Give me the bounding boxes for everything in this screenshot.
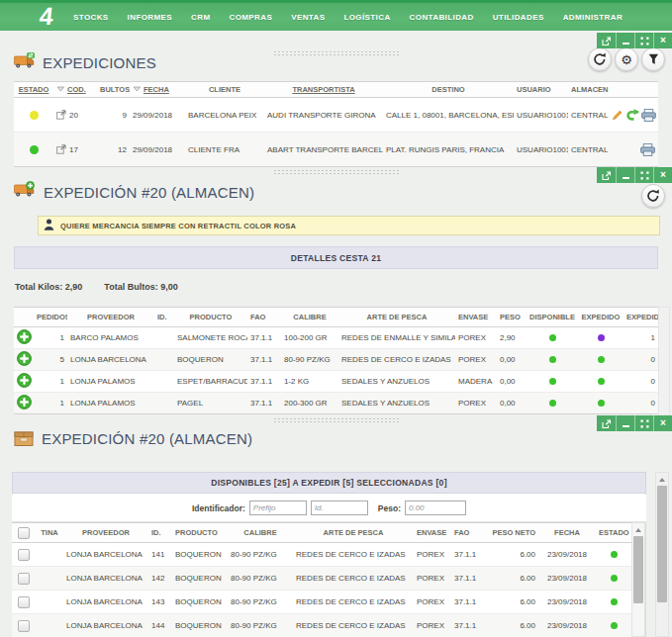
- panel-scrollbar[interactable]: [655, 472, 669, 637]
- close-icon[interactable]: ×: [653, 415, 672, 431]
- disponible-dot: [549, 400, 556, 407]
- scroll-up-icon[interactable]: [656, 473, 668, 486]
- sort-icon[interactable]: [56, 86, 65, 92]
- table-row[interactable]: 1 BARCO PALAMOS SALMONETE ROCA 37.1.1 10…: [14, 327, 658, 349]
- top-navbar: 4 STOCKS INFORMES CRM COMPRAS VENTAS LOG…: [0, 0, 672, 31]
- sort-icon[interactable]: [133, 86, 142, 92]
- add-icon[interactable]: [17, 395, 32, 410]
- table-row[interactable]: LONJA BARCELONA 141 BOQUERON 80-90 PZ/KG…: [12, 543, 631, 567]
- table-header-row: TINA PROVEEDOR ID. PRODUCTO CALIBRE ARTE…: [12, 523, 631, 543]
- refresh-button[interactable]: [641, 184, 665, 208]
- expedido-dot: [598, 356, 605, 363]
- minimize-icon[interactable]: [616, 167, 634, 183]
- col-id: ID.: [148, 523, 172, 543]
- menu-administrar[interactable]: ADMINISTRAR: [563, 13, 623, 22]
- scrollbar-track[interactable]: [658, 307, 670, 415]
- close-icon[interactable]: ×: [653, 33, 672, 48]
- popout-icon[interactable]: [597, 167, 616, 183]
- window-controls: ×: [597, 33, 672, 48]
- window-controls: ×: [597, 415, 672, 431]
- splitter-handle[interactable]: [273, 417, 400, 423]
- menu-compras[interactable]: COMPRAS: [229, 13, 272, 22]
- splitter-handle[interactable]: [273, 50, 400, 56]
- minimize-icon[interactable]: [616, 33, 634, 48]
- prefijo-input[interactable]: [249, 500, 307, 515]
- col-cliente: CLIENTE: [185, 82, 264, 98]
- identificador-label: Identificador:: [192, 503, 245, 513]
- open-record-icon[interactable]: [56, 110, 66, 120]
- edit-icon[interactable]: [611, 109, 624, 121]
- menu-utilidades[interactable]: UTILIDADES: [493, 13, 544, 22]
- row-checkbox[interactable]: [18, 549, 30, 561]
- col-transportista[interactable]: TRANSPORTISTA: [292, 85, 354, 94]
- menu-informes[interactable]: INFORMES: [128, 13, 172, 22]
- table-row[interactable]: 17 12 29/09/2018 CLIENTE FRA ABART TRANS…: [14, 133, 658, 167]
- scrollbar-thumb[interactable]: [657, 486, 667, 602]
- page-title-expedir: EXPEDICIÓN #20 (ALMACEN): [42, 430, 252, 447]
- identifier-form: Identificador: Peso:: [12, 495, 646, 522]
- menu-crm[interactable]: CRM: [191, 13, 210, 22]
- add-icon[interactable]: [17, 329, 32, 344]
- col-estado: ESTADO: [596, 523, 631, 543]
- settings-button[interactable]: ⚙: [615, 47, 638, 71]
- col-fao: FAO: [451, 523, 487, 543]
- add-icon[interactable]: [17, 373, 32, 388]
- add-icon[interactable]: [17, 351, 32, 366]
- select-all-checkbox[interactable]: [18, 527, 30, 539]
- page-title-detalle: EXPEDICIÓN #20 (ALMACEN): [44, 184, 254, 201]
- splitter-handle[interactable]: [273, 169, 400, 175]
- page-title-expediciones: EXPEDICIONES: [43, 54, 156, 71]
- expedido-dot: [598, 378, 605, 385]
- table-row[interactable]: 20 9 29/09/2018 BARCELONA PEIX AUDI TRAN…: [14, 98, 658, 133]
- scrollbar-thumb[interactable]: [633, 536, 643, 603]
- status-dot: [611, 598, 618, 605]
- table-row[interactable]: 1 LONJA PALAMOS ESPET/BARRACUDA 37.1.1 1…: [14, 371, 658, 393]
- minimize-icon[interactable]: [616, 415, 634, 431]
- refresh-button[interactable]: [588, 47, 612, 71]
- col-cod[interactable]: COD.: [67, 85, 86, 94]
- table-scrollbar[interactable]: [631, 522, 645, 637]
- table-row[interactable]: LONJA BARCELONA 144 BOQUERON 80-90 PZ/KG…: [12, 614, 631, 637]
- col-estado[interactable]: ESTADO: [19, 85, 49, 94]
- status-dot: [30, 145, 39, 154]
- print-icon[interactable]: [640, 143, 655, 156]
- col-producto: PRODUCTO: [172, 523, 228, 543]
- total-kilos: Total Kilos: 2,90: [15, 282, 82, 292]
- menu-logistica[interactable]: LOGÍSTICA: [343, 13, 390, 22]
- table-row[interactable]: LONJA BARCELONA 142 BOQUERON 80-90 PZ/KG…: [12, 567, 631, 591]
- menu-ventas[interactable]: VENTAS: [291, 13, 325, 22]
- app-logo[interactable]: 4: [33, 2, 61, 30]
- popout-icon[interactable]: [597, 33, 616, 48]
- maximize-icon[interactable]: [634, 167, 653, 183]
- return-icon[interactable]: [625, 109, 639, 121]
- print-icon[interactable]: [641, 109, 656, 122]
- row-checkbox[interactable]: [18, 620, 30, 632]
- disponible-dot: [549, 334, 556, 341]
- open-record-icon[interactable]: [56, 144, 66, 154]
- table-row[interactable]: 1 LONJA PALAMOS PAGEL 37.1.1 200-300 GR …: [14, 393, 658, 414]
- maximize-icon[interactable]: [634, 415, 653, 431]
- col-peso-neto: PESO NETO: [487, 523, 538, 543]
- maximize-icon[interactable]: [634, 33, 653, 48]
- section-title: DISPONIBLES [25] A EXPEDIR [5] SELECCION…: [211, 478, 447, 488]
- menu-stocks[interactable]: STOCKS: [73, 13, 109, 22]
- gear-icon: ⚙: [621, 53, 632, 66]
- menu-contabilidad[interactable]: CONTABILIDAD: [410, 13, 474, 22]
- col-fecha[interactable]: FECHA: [144, 85, 169, 94]
- col-destino: DESTINO: [383, 82, 514, 98]
- col-usuario: USUARIO: [514, 82, 568, 98]
- scroll-up-icon[interactable]: [632, 523, 644, 536]
- section-detalles-cesta: DETALLES CESTA 21: [14, 246, 658, 269]
- row-checkbox[interactable]: [18, 596, 30, 608]
- popout-icon[interactable]: [597, 415, 616, 431]
- table-row[interactable]: LONJA BARCELONA 143 BOQUERON 80-90 PZ/KG…: [12, 591, 631, 614]
- row-checkbox[interactable]: [18, 573, 30, 585]
- col-expedido: EXPEDIDO: [578, 308, 624, 327]
- id-input[interactable]: [311, 500, 368, 515]
- section-disponibles: DISPONIBLES [25] A EXPEDIR [5] SELECCION…: [12, 472, 646, 494]
- truck-icon: [14, 52, 35, 72]
- table-row[interactable]: 5 LONJA BARCELONA BOQUERON 37.1.1 80-90 …: [14, 349, 658, 371]
- filter-button[interactable]: [641, 47, 665, 71]
- peso-input[interactable]: [405, 500, 466, 515]
- close-icon[interactable]: ×: [653, 167, 672, 183]
